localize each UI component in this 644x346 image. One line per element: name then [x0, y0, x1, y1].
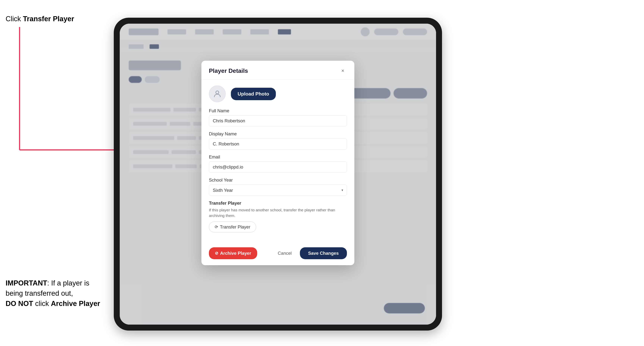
- email-group: Email: [209, 154, 347, 173]
- tablet-shell: Player Details × Upload Photo: [114, 18, 442, 331]
- modal-close-button[interactable]: ×: [339, 67, 347, 75]
- school-year-group: School Year First Year Second Year Third…: [209, 177, 347, 196]
- player-details-modal: Player Details × Upload Photo: [202, 61, 354, 265]
- modal-footer: ⊘ Archive Player Cancel Save Changes: [202, 243, 354, 265]
- modal-body: Upload Photo Full Name Display Name: [202, 80, 354, 243]
- school-year-select-wrapper: First Year Second Year Third Year Fourth…: [209, 184, 347, 196]
- transfer-player-section: Transfer Player If this player has moved…: [209, 200, 347, 232]
- transfer-player-button[interactable]: ⟳ Transfer Player: [209, 222, 256, 232]
- instruction-do-not: DO NOT: [6, 300, 33, 308]
- display-name-group: Display Name: [209, 131, 347, 150]
- archive-player-button[interactable]: ⊘ Archive Player: [209, 247, 257, 259]
- archive-icon: ⊘: [215, 251, 218, 256]
- cancel-button[interactable]: Cancel: [273, 247, 296, 259]
- transfer-button-label: Transfer Player: [220, 224, 250, 230]
- transfer-section-label: Transfer Player: [209, 200, 347, 206]
- school-year-label: School Year: [209, 177, 347, 183]
- email-input[interactable]: [209, 162, 347, 173]
- instruction-bottom: IMPORTANT: If a player is being transfer…: [6, 278, 102, 309]
- full-name-group: Full Name: [209, 108, 347, 127]
- full-name-label: Full Name: [209, 108, 347, 113]
- instruction-top-prefix: Click: [6, 15, 23, 23]
- email-label: Email: [209, 154, 347, 160]
- red-arrow: [18, 27, 130, 161]
- full-name-input[interactable]: [209, 115, 347, 127]
- modal-overlay: Player Details × Upload Photo: [120, 24, 436, 325]
- instruction-rest2: click: [33, 300, 51, 308]
- user-avatar-icon: [213, 89, 222, 98]
- upload-photo-button[interactable]: Upload Photo: [231, 88, 276, 100]
- tablet-screen: Player Details × Upload Photo: [120, 24, 436, 325]
- save-changes-button[interactable]: Save Changes: [300, 247, 347, 259]
- transfer-section-description: If this player has moved to another scho…: [209, 207, 347, 218]
- instruction-top-bold: Transfer Player: [23, 15, 74, 23]
- modal-header: Player Details ×: [202, 61, 354, 80]
- avatar-circle: [209, 85, 226, 102]
- archive-button-label: Archive Player: [220, 251, 251, 256]
- svg-point-3: [216, 91, 219, 94]
- instruction-archive: Archive Player: [51, 300, 100, 308]
- instruction-top: Click Transfer Player: [6, 15, 74, 23]
- modal-title: Player Details: [209, 67, 248, 74]
- transfer-icon: ⟳: [215, 225, 218, 229]
- display-name-label: Display Name: [209, 131, 347, 137]
- instruction-important: IMPORTANT: [6, 279, 47, 287]
- school-year-select[interactable]: First Year Second Year Third Year Fourth…: [209, 184, 347, 196]
- display-name-input[interactable]: [209, 138, 347, 150]
- avatar-upload-row: Upload Photo: [209, 85, 347, 102]
